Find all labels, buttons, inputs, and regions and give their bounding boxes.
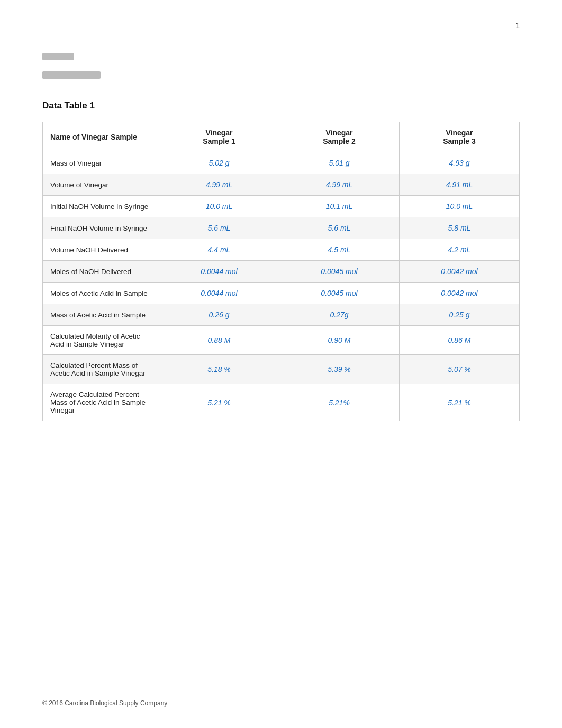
row-label: Initial NaOH Volume in Syringe xyxy=(43,196,159,217)
redacted-name xyxy=(42,53,74,60)
table-row: Moles of NaOH Delivered0.0044 mol0.0045 … xyxy=(43,261,520,283)
row-label: Mass of Acetic Acid in Sample xyxy=(43,304,159,326)
cell-s2: 0.27g xyxy=(279,304,400,326)
cell-s1: 5.21 % xyxy=(159,384,279,421)
col-header-s1: VinegarSample 1 xyxy=(159,122,279,152)
cell-s1: 0.0044 mol xyxy=(159,283,279,304)
cell-s2: 4.5 mL xyxy=(279,239,400,261)
cell-s2: 10.1 mL xyxy=(279,196,400,217)
table-row: Final NaOH Volume in Syringe5.6 mL5.6 mL… xyxy=(43,217,520,239)
cell-s3: 0.0042 mol xyxy=(400,261,520,283)
cell-s1: 5.6 mL xyxy=(159,217,279,239)
cell-s3: 5.21 % xyxy=(400,384,520,421)
data-table: Name of Vinegar Sample VinegarSample 1 V… xyxy=(42,122,520,421)
table-row: Mass of Vinegar5.02 g5.01 g4.93 g xyxy=(43,152,520,174)
cell-s3: 4.93 g xyxy=(400,152,520,174)
row-label: Calculated Percent Mass of Acetic Acid i… xyxy=(43,355,159,384)
cell-s3: 5.8 mL xyxy=(400,217,520,239)
row-label: Volume of Vinegar xyxy=(43,174,159,196)
cell-s1: 0.88 M xyxy=(159,326,279,355)
cell-s1: 5.02 g xyxy=(159,152,279,174)
section-title: Data Table 1 xyxy=(42,101,520,111)
footer: © 2016 Carolina Biological Supply Compan… xyxy=(42,699,167,707)
table-row: Moles of Acetic Acid in Sample0.0044 mol… xyxy=(43,283,520,304)
row-label: Volume NaOH Delivered xyxy=(43,239,159,261)
cell-s1: 5.18 % xyxy=(159,355,279,384)
table-row: Average Calculated Percent Mass of Aceti… xyxy=(43,384,520,421)
cell-s2: 5.21% xyxy=(279,384,400,421)
cell-s3: 0.25 g xyxy=(400,304,520,326)
redacted-activity xyxy=(42,71,101,79)
cell-s3: 4.91 mL xyxy=(400,174,520,196)
row-label: Moles of Acetic Acid in Sample xyxy=(43,283,159,304)
cell-s3: 5.07 % xyxy=(400,355,520,384)
row-label: Final NaOH Volume in Syringe xyxy=(43,217,159,239)
cell-s1: 4.99 mL xyxy=(159,174,279,196)
cell-s2: 4.99 mL xyxy=(279,174,400,196)
col-header-label: Name of Vinegar Sample xyxy=(43,122,159,152)
table-row: Volume NaOH Delivered4.4 mL4.5 mL4.2 mL xyxy=(43,239,520,261)
page-number: 1 xyxy=(515,21,520,30)
cell-s3: 4.2 mL xyxy=(400,239,520,261)
col-header-s2: VinegarSample 2 xyxy=(279,122,400,152)
table-row: Mass of Acetic Acid in Sample0.26 g0.27g… xyxy=(43,304,520,326)
col-header-s3: VinegarSample 3 xyxy=(400,122,520,152)
cell-s3: 10.0 mL xyxy=(400,196,520,217)
table-row: Initial NaOH Volume in Syringe10.0 mL10.… xyxy=(43,196,520,217)
cell-s2: 0.0045 mol xyxy=(279,283,400,304)
cell-s2: 0.0045 mol xyxy=(279,261,400,283)
page: 1 Data Table 1 Name of Vinegar Sample Vi… xyxy=(0,0,562,728)
cell-s2: 0.90 M xyxy=(279,326,400,355)
cell-s2: 5.01 g xyxy=(279,152,400,174)
table-row: Volume of Vinegar4.99 mL4.99 mL4.91 mL xyxy=(43,174,520,196)
top-info xyxy=(42,53,520,85)
row-label: Calculated Molarity of Acetic Acid in Sa… xyxy=(43,326,159,355)
table-row: Calculated Molarity of Acetic Acid in Sa… xyxy=(43,326,520,355)
cell-s2: 5.39 % xyxy=(279,355,400,384)
table-row: Calculated Percent Mass of Acetic Acid i… xyxy=(43,355,520,384)
cell-s3: 0.0042 mol xyxy=(400,283,520,304)
cell-s1: 10.0 mL xyxy=(159,196,279,217)
cell-s3: 0.86 M xyxy=(400,326,520,355)
row-label: Mass of Vinegar xyxy=(43,152,159,174)
cell-s1: 4.4 mL xyxy=(159,239,279,261)
row-label: Moles of NaOH Delivered xyxy=(43,261,159,283)
cell-s2: 5.6 mL xyxy=(279,217,400,239)
cell-s1: 0.26 g xyxy=(159,304,279,326)
row-label: Average Calculated Percent Mass of Aceti… xyxy=(43,384,159,421)
cell-s1: 0.0044 mol xyxy=(159,261,279,283)
